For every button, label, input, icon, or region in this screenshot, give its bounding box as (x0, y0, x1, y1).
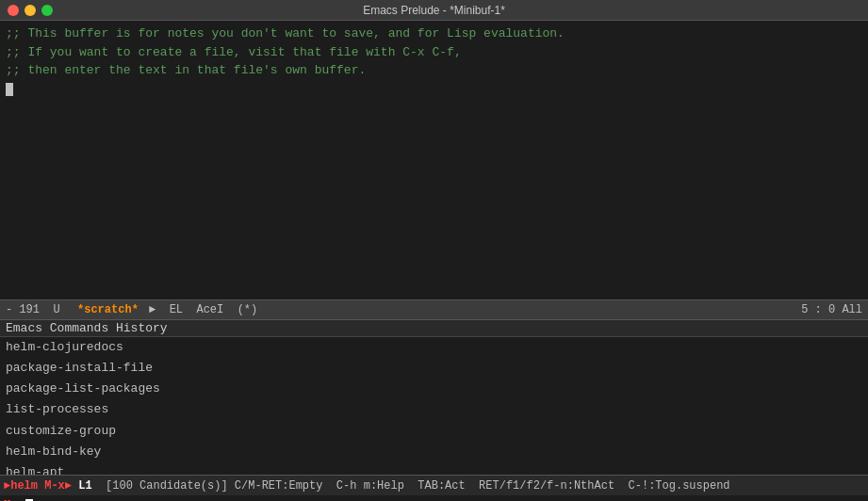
minibuf-status: [100 Candidate(s)] C/M-RET:Empty C-h m:H… (106, 479, 730, 493)
editor-line-3: ;; then enter the text in that file's ow… (6, 61, 862, 80)
titlebar-title: Emacs Prelude - *Minibuf-1* (363, 4, 505, 17)
mode-line-dashes: - 191 U (6, 303, 74, 316)
close-button[interactable] (8, 5, 19, 16)
maximize-button[interactable] (41, 5, 53, 16)
titlebar: Emacs Prelude - *Minibuf-1* (0, 0, 868, 21)
editor-cursor (6, 83, 13, 96)
editor-line-4 (6, 80, 862, 99)
helm-area[interactable]: Emacs Commands History helm-clojuredocs … (0, 320, 868, 475)
mode-line: - 191 U *scratch* ► EL AceI (*) 5 : 0 Al… (0, 299, 868, 320)
minimize-button[interactable] (25, 5, 36, 16)
helm-item-clojuredocs[interactable]: helm-clojuredocs (0, 337, 868, 358)
minibuf-mode: L1 (78, 479, 91, 493)
mode-scratch-label: *scratch* (77, 303, 139, 316)
mode-line-right: 5 : 0 All (801, 303, 862, 316)
mode-line-middle: ► EL AceI (*) (142, 303, 257, 316)
editor-lines: ;; This buffer is for notes you don't wa… (6, 24, 862, 98)
minibuf[interactable]: ►helm M-x► L1 [100 Candidate(s)] C/M-RET… (0, 475, 868, 495)
helm-list[interactable]: helm-clojuredocs package-install-file pa… (0, 337, 868, 475)
helm-header: Emacs Commands History (0, 320, 868, 337)
minibuf-space (72, 479, 78, 493)
minibuf-prompt: ►helm M-x► (4, 479, 72, 493)
helm-item-helm-bind[interactable]: helm-bind-key (0, 442, 868, 462)
minibuf-input-line[interactable]: M-x (0, 495, 868, 501)
editor-area[interactable]: ;; This buffer is for notes you don't wa… (0, 21, 868, 299)
window-controls[interactable] (8, 5, 53, 16)
editor-line-2: ;; If you want to create a file, visit t… (6, 43, 862, 62)
mode-line-left: - 191 U *scratch* ► EL AceI (*) (6, 303, 801, 316)
helm-item-helm-apt[interactable]: helm-apt (0, 462, 868, 475)
helm-item-customize[interactable]: customize-group (0, 421, 868, 442)
minibuf-space2 (92, 479, 106, 493)
helm-item-package-install[interactable]: package-install-file (0, 358, 868, 379)
helm-item-list-processes[interactable]: list-processes (0, 399, 868, 420)
editor-line-1: ;; This buffer is for notes you don't wa… (6, 24, 862, 43)
helm-item-package-list[interactable]: package-list-packages (0, 379, 868, 399)
